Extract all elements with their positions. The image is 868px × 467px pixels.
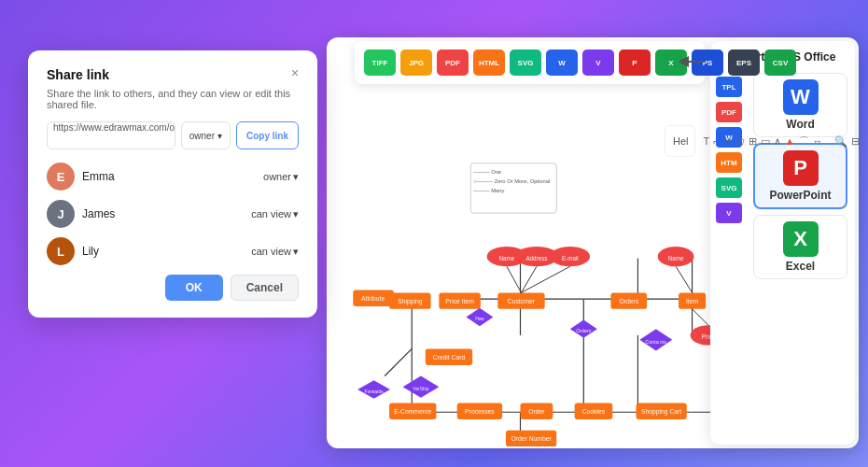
user-row-james: J James can view ▾ <box>47 200 299 228</box>
fmt-tiff[interactable]: TIFF <box>364 50 396 76</box>
svg-text:——— Many: ——— Many <box>473 188 504 193</box>
svg-text:Processes: Processes <box>465 408 495 415</box>
dialog-description: Share the link to others, and they can v… <box>47 88 299 110</box>
dialog-actions: OK Cancel <box>47 275 299 301</box>
secondary-toolbar: Hel T ⌐ ↗ ⬠ ⊞ ▭ ∧ ▲ ⌒ ↔ 🔍 ⊟ ✏ — 🔒 ▣ ⋯ <box>665 125 695 157</box>
link-icon[interactable]: ↔ <box>813 131 823 151</box>
svg-text:Cookies: Cookies <box>582 408 606 415</box>
line-icon[interactable]: ∧ <box>774 131 781 151</box>
svg-text:——— One: ——— One <box>473 169 501 175</box>
fmt-visio[interactable]: V <box>582 50 614 76</box>
role-dropdown-lily[interactable]: can view ▾ <box>251 246 299 258</box>
export-item-powerpoint[interactable]: P PowerPoint <box>753 143 847 209</box>
fill-icon[interactable]: ▲ <box>785 131 795 151</box>
fmt-svg[interactable]: SVG <box>510 50 541 76</box>
excel-icon: X <box>783 221 819 257</box>
svg-text:Has: Has <box>475 316 484 321</box>
svg-line-79 <box>507 266 522 292</box>
svg-line-82 <box>676 266 692 292</box>
shape-icon[interactable]: ⬠ <box>735 131 745 151</box>
powerpoint-label: PowerPoint <box>769 189 831 202</box>
ok-button[interactable]: OK <box>165 275 223 301</box>
svg-text:Conta ins: Conta ins <box>646 339 667 345</box>
fmt-jpg[interactable]: JPG <box>400 50 432 76</box>
fmt-word[interactable]: W <box>546 50 578 76</box>
arrow-indicator <box>679 52 707 75</box>
user-row-lily: L Lily can view ▾ <box>47 237 299 265</box>
svg-text:Customer: Customer <box>508 298 536 304</box>
link-row: https://www.edrawmax.com/online/fil owne… <box>47 121 299 149</box>
text-icon[interactable]: T <box>704 131 710 151</box>
file-format-bar: TIFF JPG PDF HTML SVG W V P X PS EPS CSV <box>355 41 705 84</box>
svg-line-15 <box>385 348 412 375</box>
side-badge-v[interactable]: V <box>716 203 742 223</box>
role-dropdown-emma[interactable]: owner ▾ <box>263 171 299 183</box>
canvas-label: Hel <box>673 135 689 147</box>
svg-text:Orders: Orders <box>619 298 638 304</box>
fmt-csv[interactable]: CSV <box>764 50 796 76</box>
svg-text:Order Number: Order Number <box>511 435 553 442</box>
user-avatar-lily: L <box>47 237 75 265</box>
cancel-button[interactable]: Cancel <box>231 275 299 301</box>
export-panel: Export To MS Office TPL PDF W HTM SVG V … <box>710 41 855 445</box>
dialog-title: Share link <box>47 67 299 82</box>
link-input[interactable]: https://www.edrawmax.com/online/fil <box>47 121 175 149</box>
export-item-excel[interactable]: X Excel <box>753 215 847 279</box>
side-badge-pdf[interactable]: PDF <box>716 102 742 122</box>
svg-text:Item: Item <box>686 298 699 304</box>
fmt-eps[interactable]: EPS <box>728 50 760 76</box>
zoom-in-icon[interactable]: 🔍 <box>834 131 847 151</box>
zoom-out-icon[interactable]: ⊟ <box>851 131 859 151</box>
corner-icon[interactable]: ⌐ <box>713 131 719 151</box>
svg-line-84 <box>693 309 708 325</box>
fmt-pdf[interactable]: PDF <box>437 50 469 76</box>
svg-text:Name: Name <box>499 255 515 262</box>
user-avatar-james: J <box>47 200 75 228</box>
user-name-james: James <box>82 207 251 220</box>
svg-text:E-mail: E-mail <box>562 255 579 262</box>
copy-link-button[interactable]: Copy link <box>236 121 299 149</box>
svg-text:VerShip: VerShip <box>413 387 428 391</box>
word-label: Word <box>786 118 814 131</box>
fmt-ppt[interactable]: P <box>619 50 651 76</box>
svg-text:Shipping: Shipping <box>398 298 423 305</box>
link-value: https://www.edrawmax.com/online/fil <box>53 122 175 133</box>
arrow-icon[interactable]: ↗ <box>723 131 732 151</box>
user-name-lily: Lily <box>82 245 251 258</box>
user-row-emma: E Emma owner ▾ <box>47 163 299 191</box>
export-item-word[interactable]: W Word <box>753 73 847 137</box>
svg-text:Forwards: Forwards <box>365 389 385 394</box>
role-dropdown-james[interactable]: can view ▾ <box>251 208 299 220</box>
svg-text:Orders: Orders <box>576 328 592 333</box>
side-badge-svg[interactable]: SVG <box>716 177 742 198</box>
powerpoint-icon: P <box>783 150 819 186</box>
svg-text:Attribute: Attribute <box>361 295 385 302</box>
user-avatar-emma: E <box>47 163 75 191</box>
word-icon: W <box>783 79 819 115</box>
share-dialog: Share link × Share the link to others, a… <box>28 50 317 318</box>
svg-text:Address: Address <box>525 255 547 262</box>
svg-text:Credit Card: Credit Card <box>433 354 466 361</box>
fmt-html[interactable]: HTML <box>473 50 505 76</box>
svg-text:Order: Order <box>528 408 545 415</box>
svg-text:E-Commerce: E-Commerce <box>394 408 431 415</box>
side-badge-html[interactable]: HTM <box>716 152 742 173</box>
user-name-emma: Emma <box>82 170 263 183</box>
owner-dropdown[interactable]: owner ▾ <box>181 121 231 149</box>
dialog-close-button[interactable]: × <box>286 64 304 82</box>
excel-label: Excel <box>786 260 815 273</box>
svg-text:Price Item: Price Item <box>445 298 474 304</box>
line2-icon[interactable]: ⌒ <box>799 131 809 151</box>
rect-icon[interactable]: ▭ <box>761 131 770 151</box>
svg-text:○——— Zero Or More, Optional: ○——— Zero Or More, Optional <box>473 178 550 184</box>
svg-text:Name: Name <box>668 255 684 262</box>
svg-text:Shopping Cart: Shopping Cart <box>641 408 681 416</box>
side-badge-tpl[interactable]: TPL <box>716 77 742 97</box>
table-icon[interactable]: ⊞ <box>749 131 757 151</box>
